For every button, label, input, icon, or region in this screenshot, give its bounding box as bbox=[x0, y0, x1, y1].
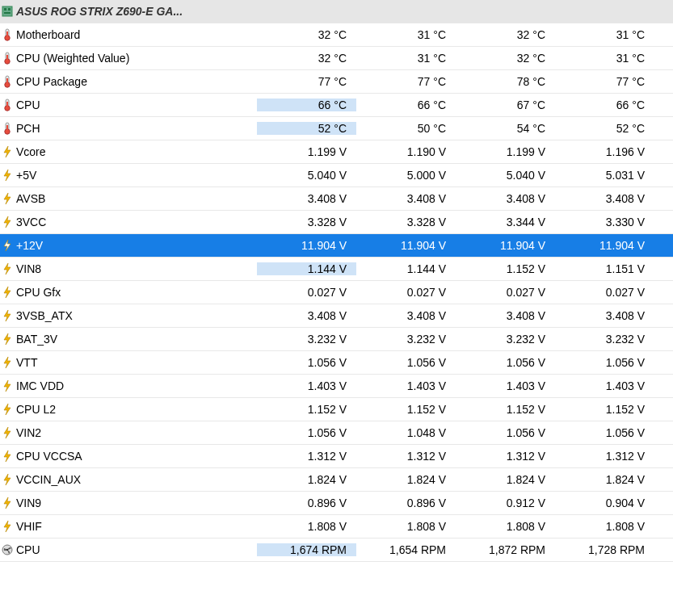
sensor-value-col2: 50 °C bbox=[356, 122, 456, 135]
volt-icon bbox=[0, 473, 15, 486]
volt-icon bbox=[0, 192, 15, 205]
sensor-row[interactable]: CPU L21.152 V1.152 V1.152 V1.152 V bbox=[0, 398, 673, 421]
sensor-value-col2: 3.232 V bbox=[356, 333, 456, 346]
sensor-row[interactable]: VTT1.056 V1.056 V1.056 V1.056 V bbox=[0, 351, 673, 375]
motherboard-icon bbox=[0, 5, 15, 18]
sensor-value-col3: 67 °C bbox=[456, 98, 555, 111]
sensor-row[interactable]: AVSB3.408 V3.408 V3.408 V3.408 V bbox=[0, 187, 673, 211]
sensor-value-col2: 0.896 V bbox=[356, 497, 456, 509]
sensor-value-col4: 11.904 V bbox=[555, 239, 654, 252]
sensor-value-col3: 1.056 V bbox=[456, 426, 555, 439]
sensor-row[interactable]: IMC VDD1.403 V1.403 V1.403 V1.403 V bbox=[0, 375, 673, 398]
sensor-label: VIN9 bbox=[15, 497, 257, 509]
sensor-value-col2: 1.808 V bbox=[356, 520, 456, 533]
svg-marker-26 bbox=[4, 310, 11, 321]
sensor-row[interactable]: VIN90.896 V0.896 V0.912 V0.904 V bbox=[0, 492, 673, 515]
svg-marker-22 bbox=[4, 216, 11, 228]
sensor-value-col2: 1.048 V bbox=[356, 426, 456, 439]
sensor-value-col2: 1,654 RPM bbox=[356, 543, 456, 556]
sensor-row[interactable]: CPU Gfx0.027 V0.027 V0.027 V0.027 V bbox=[0, 281, 673, 304]
volt-icon bbox=[0, 520, 15, 533]
sensor-value-col1: 1.144 V bbox=[257, 262, 356, 275]
sensor-value-col4: 3.408 V bbox=[555, 309, 654, 322]
sensor-row[interactable]: CPU (Weighted Value)32 °C31 °C32 °C31 °C bbox=[0, 47, 673, 70]
sensor-label: CPU VCCSA bbox=[15, 450, 257, 463]
sensor-row[interactable]: 3VCC3.328 V3.328 V3.344 V3.330 V bbox=[0, 211, 673, 234]
sensor-label: CPU bbox=[15, 98, 257, 111]
sensor-value-col1: 11.904 V bbox=[257, 239, 356, 252]
sensor-value-col2: 1.312 V bbox=[356, 450, 456, 463]
svg-rect-18 bbox=[6, 125, 8, 132]
sensor-value-col2: 3.328 V bbox=[356, 216, 456, 228]
sensor-value-col1: 5.040 V bbox=[257, 169, 356, 182]
sensor-row[interactable]: Vcore1.199 V1.190 V1.199 V1.196 V bbox=[0, 140, 673, 164]
sensor-row[interactable]: VIN21.056 V1.048 V1.056 V1.056 V bbox=[0, 421, 673, 445]
sensor-value-col4: 0.904 V bbox=[555, 497, 654, 509]
sensor-row[interactable]: +5V5.040 V5.000 V5.040 V5.031 V bbox=[0, 164, 673, 187]
sensor-value-col1: 1.199 V bbox=[257, 145, 356, 158]
fan-icon bbox=[0, 543, 15, 556]
svg-rect-2 bbox=[8, 8, 11, 10]
sensor-label: CPU (Weighted Value) bbox=[15, 52, 257, 65]
svg-marker-34 bbox=[4, 497, 11, 509]
volt-icon bbox=[0, 426, 15, 439]
sensor-value-col3: 1.152 V bbox=[456, 403, 555, 416]
sensor-value-col4: 1.056 V bbox=[555, 356, 654, 369]
sensor-value-col3: 1.824 V bbox=[456, 473, 555, 486]
sensor-row[interactable]: CPU1,674 RPM1,654 RPM1,872 RPM1,728 RPM bbox=[0, 538, 673, 562]
device-header-title: ASUS ROG STRIX Z690-E GA... bbox=[15, 5, 673, 18]
sensor-value-col2: 0.027 V bbox=[356, 286, 456, 299]
sensor-value-col4: 66 °C bbox=[555, 98, 654, 111]
sensor-value-col2: 11.904 V bbox=[356, 239, 456, 252]
svg-marker-35 bbox=[4, 521, 11, 532]
sensor-label: PCH bbox=[15, 122, 257, 135]
sensor-value-col4: 1.403 V bbox=[555, 379, 654, 392]
sensor-value-col3: 1.808 V bbox=[456, 520, 555, 533]
sensor-value-col4: 1.152 V bbox=[555, 403, 654, 416]
sensor-value-col2: 3.408 V bbox=[356, 192, 456, 205]
sensor-row[interactable]: CPU Package77 °C77 °C78 °C77 °C bbox=[0, 70, 673, 94]
sensor-row[interactable]: 3VSB_ATX3.408 V3.408 V3.408 V3.408 V bbox=[0, 304, 673, 328]
sensor-label: Vcore bbox=[15, 145, 257, 158]
sensor-value-col3: 32 °C bbox=[456, 52, 555, 65]
sensor-value-col3: 1.056 V bbox=[456, 356, 555, 369]
sensor-value-col4: 1.824 V bbox=[555, 473, 654, 486]
volt-icon bbox=[0, 497, 15, 509]
sensor-value-col4: 1.196 V bbox=[555, 145, 654, 158]
sensor-value-col1: 1.056 V bbox=[257, 426, 356, 439]
sensor-value-col4: 1.056 V bbox=[555, 426, 654, 439]
sensor-row[interactable]: CPU66 °C66 °C67 °C66 °C bbox=[0, 94, 673, 117]
volt-icon bbox=[0, 379, 15, 392]
sensor-row[interactable]: VCCIN_AUX1.824 V1.824 V1.824 V1.824 V bbox=[0, 468, 673, 492]
sensor-value-col3: 1.312 V bbox=[456, 450, 555, 463]
svg-marker-27 bbox=[4, 333, 11, 345]
sensor-label: CPU L2 bbox=[15, 403, 257, 416]
sensor-value-col4: 77 °C bbox=[555, 75, 654, 88]
sensor-row[interactable]: +12V11.904 V11.904 V11.904 V11.904 V bbox=[0, 234, 673, 258]
sensor-value-col3: 3.408 V bbox=[456, 192, 555, 205]
sensor-value-col2: 1.190 V bbox=[356, 145, 456, 158]
sensor-row[interactable]: BAT_3V3.232 V3.232 V3.232 V3.232 V bbox=[0, 328, 673, 351]
sensor-value-col2: 1.824 V bbox=[356, 473, 456, 486]
sensor-label: VHIF bbox=[15, 520, 257, 533]
sensor-row[interactable]: PCH52 °C50 °C54 °C52 °C bbox=[0, 117, 673, 140]
sensor-row[interactable]: VHIF1.808 V1.808 V1.808 V1.808 V bbox=[0, 515, 673, 538]
sensor-value-col2: 1.403 V bbox=[356, 379, 456, 392]
svg-marker-24 bbox=[4, 263, 11, 274]
sensor-value-col4: 0.027 V bbox=[555, 286, 654, 299]
sensor-value-col1: 0.896 V bbox=[257, 497, 356, 509]
sensor-value-col1: 1.403 V bbox=[257, 379, 356, 392]
temp-icon bbox=[0, 98, 15, 111]
sensor-label: +12V bbox=[15, 239, 257, 252]
temp-icon bbox=[0, 75, 15, 88]
sensor-tree: ASUS ROG STRIX Z690-E GA... Motherboard3… bbox=[0, 0, 673, 562]
volt-icon bbox=[0, 216, 15, 228]
sensor-value-col1: 1,674 RPM bbox=[257, 543, 356, 556]
sensor-value-col4: 52 °C bbox=[555, 122, 654, 135]
device-header-row[interactable]: ASUS ROG STRIX Z690-E GA... bbox=[0, 0, 673, 23]
sensor-row[interactable]: CPU VCCSA1.312 V1.312 V1.312 V1.312 V bbox=[0, 445, 673, 468]
sensor-row[interactable]: VIN81.144 V1.144 V1.152 V1.151 V bbox=[0, 258, 673, 281]
sensor-value-col2: 1.056 V bbox=[356, 356, 456, 369]
svg-marker-31 bbox=[4, 427, 11, 438]
sensor-row[interactable]: Motherboard32 °C31 °C32 °C31 °C bbox=[0, 23, 673, 47]
